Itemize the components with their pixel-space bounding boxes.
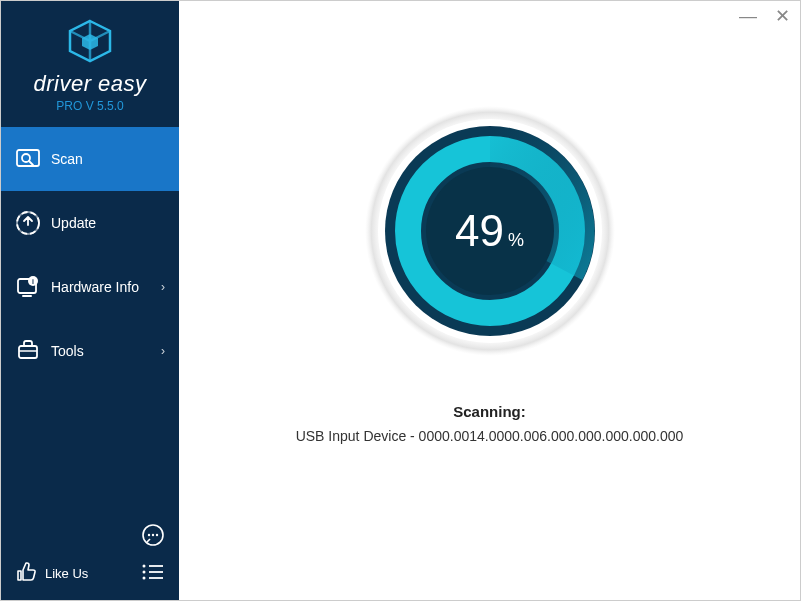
scan-icon — [15, 146, 41, 172]
svg-point-17 — [143, 571, 146, 574]
progress-unit: % — [508, 230, 524, 251]
minimize-button[interactable]: — — [739, 7, 757, 25]
svg-point-19 — [143, 577, 146, 580]
chevron-right-icon: › — [161, 344, 165, 358]
menu-list-icon[interactable] — [141, 563, 165, 584]
svg-point-15 — [143, 565, 146, 568]
brand-name: driver easy — [1, 71, 179, 97]
sidebar-bottom: Like Us — [1, 513, 179, 600]
hardware-info-icon: i — [15, 274, 41, 300]
nav: Scan Update — [1, 127, 179, 513]
scan-status-label: Scanning: — [296, 403, 684, 420]
sidebar-item-tools[interactable]: Tools › — [1, 319, 179, 383]
sidebar-item-label: Scan — [51, 151, 165, 167]
scan-status-detail: USB Input Device - 0000.0014.0000.006.00… — [296, 428, 684, 444]
sidebar-item-scan[interactable]: Scan — [1, 127, 179, 191]
main-content: 49 % Scanning: USB Input Device - 0000.0… — [179, 1, 800, 600]
svg-rect-0 — [17, 150, 39, 166]
update-icon — [15, 210, 41, 236]
svg-line-2 — [29, 161, 33, 165]
app-window: — ✕ driver easy PRO V 5.5.0 — [0, 0, 801, 601]
close-button[interactable]: ✕ — [775, 7, 790, 25]
sidebar-item-label: Tools — [51, 343, 161, 359]
sidebar-item-update[interactable]: Update — [1, 191, 179, 255]
thumbs-up-icon — [15, 561, 37, 586]
brand-version: PRO V 5.5.0 — [1, 99, 179, 113]
svg-point-14 — [156, 534, 158, 536]
svg-point-13 — [152, 534, 154, 536]
progress-indicator: 49 % — [360, 101, 620, 361]
feedback-icon[interactable] — [141, 523, 165, 551]
progress-text: 49 % — [455, 206, 524, 256]
sidebar: driver easy PRO V 5.5.0 Scan — [1, 1, 179, 600]
scan-status: Scanning: USB Input Device - 0000.0014.0… — [296, 403, 684, 444]
tools-icon — [15, 338, 41, 364]
svg-text:i: i — [32, 278, 34, 285]
svg-rect-6 — [22, 295, 32, 297]
progress-value: 49 — [455, 206, 504, 256]
sidebar-item-hardware-info[interactable]: i Hardware Info › — [1, 255, 179, 319]
sidebar-item-label: Update — [51, 215, 165, 231]
window-controls: — ✕ — [739, 7, 790, 25]
svg-rect-9 — [19, 346, 37, 358]
sidebar-item-label: Hardware Info — [51, 279, 161, 295]
like-us-label: Like Us — [45, 566, 88, 581]
logo-section: driver easy PRO V 5.5.0 — [1, 1, 179, 127]
like-us-button[interactable]: Like Us — [15, 561, 165, 586]
chevron-right-icon: › — [161, 280, 165, 294]
svg-point-12 — [148, 534, 150, 536]
app-logo-icon — [66, 19, 114, 67]
